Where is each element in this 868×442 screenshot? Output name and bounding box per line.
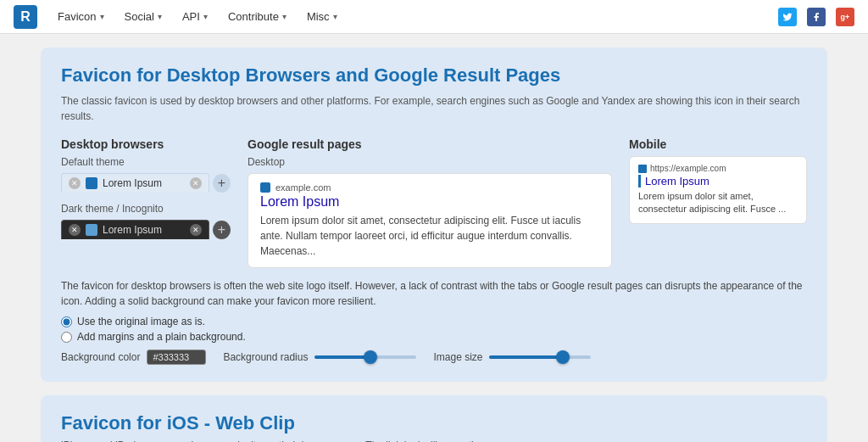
tab-add-button[interactable]: +	[213, 174, 231, 193]
mobile-url-row: https://example.com	[638, 164, 798, 173]
radius-label: Background radius	[223, 351, 308, 363]
tab-close-button[interactable]: ✕	[69, 177, 81, 189]
chevron-down-icon: ▾	[158, 12, 162, 21]
section2-card: Favicon for iOS - Web Clip iPhone and iP…	[41, 395, 827, 442]
google-url-row: example.com	[260, 182, 599, 193]
notice-text: The favicon for desktop browsers is ofte…	[61, 278, 807, 309]
section1-title: Favicon for Desktop Browsers and Google …	[61, 64, 807, 87]
twitter-icon[interactable]	[778, 8, 797, 26]
chevron-down-icon: ▾	[203, 12, 208, 21]
mobile-result-snippet: Lorem ipsum dolor sit amet, consectetur …	[638, 190, 798, 216]
bg-color-label: Background color	[61, 351, 140, 363]
google-result-snippet: Lorem ipsum dolor sit amet, consectetur …	[260, 213, 599, 259]
nav-favicon[interactable]: Favicon ▾	[47, 0, 114, 34]
section1-subtitle: The classic favicon is used by desktop b…	[61, 93, 807, 124]
main-content: Favicon for Desktop Browsers and Google …	[27, 34, 841, 442]
image-size-slider-fill	[489, 355, 562, 359]
nav-misc[interactable]: Misc ▾	[297, 0, 348, 34]
dark-tab-favicon	[86, 224, 97, 236]
section1-columns: Desktop browsers Default theme ✕ Lorem I…	[61, 137, 807, 268]
navbar: R Favicon ▾ Social ▾ API ▾ Contribute ▾ …	[0, 0, 868, 34]
mobile-result-box: https://example.com Lorem Ipsum Lorem ip…	[629, 156, 807, 224]
mobile-result-col: Mobile https://example.com Lorem Ipsum L…	[629, 137, 807, 224]
tab-label: Lorem Ipsum	[103, 177, 185, 189]
dark-tab-close-x-button[interactable]: ✕	[190, 224, 202, 236]
chevron-down-icon: ▾	[333, 12, 337, 21]
image-size-group: Image size	[433, 351, 591, 363]
logo[interactable]: R	[14, 5, 37, 29]
dark-tab-mock: ✕ Lorem Ipsum ✕	[61, 220, 209, 239]
nav-api[interactable]: API ▾	[172, 0, 218, 34]
mobile-heading: Mobile	[629, 137, 807, 151]
social-icons: g+	[778, 8, 854, 26]
nav-items: Favicon ▾ Social ▾ API ▾ Contribute ▾ Mi…	[47, 0, 778, 34]
dark-theme-label: Dark theme / Incognito	[61, 203, 231, 215]
tab-close-x-button[interactable]: ✕	[190, 177, 202, 189]
tab-favicon	[86, 177, 97, 189]
image-size-slider-thumb[interactable]	[556, 350, 570, 364]
controls-row: Background color Background radius Image…	[61, 350, 807, 365]
image-size-label: Image size	[433, 351, 482, 363]
radius-slider-thumb[interactable]	[364, 350, 377, 364]
image-size-slider[interactable]	[489, 355, 591, 359]
bg-color-input[interactable]	[147, 350, 206, 365]
default-theme-label: Default theme	[61, 156, 231, 168]
nav-social[interactable]: Social ▾	[114, 0, 172, 34]
chevron-down-icon: ▾	[282, 12, 287, 21]
default-tab-mock: ✕ Lorem Ipsum ✕	[61, 173, 209, 193]
dark-tab-add-button[interactable]: +	[213, 221, 231, 239]
google-favicon	[260, 182, 270, 193]
desktop-browsers-col: Desktop browsers Default theme ✕ Lorem I…	[61, 137, 231, 243]
radio-original-input[interactable]	[61, 316, 72, 327]
nav-contribute[interactable]: Contribute ▾	[218, 0, 297, 34]
dark-tab-close-button[interactable]: ✕	[69, 224, 81, 236]
dark-tab-label: Lorem Ipsum	[103, 224, 185, 236]
mobile-result-title[interactable]: Lorem Ipsum	[638, 175, 798, 187]
radio-margins-input[interactable]	[61, 332, 72, 343]
section2-title: Favicon for iOS - Web Clip	[61, 412, 807, 434]
radio-margins[interactable]: Add margins and a plain background.	[61, 331, 807, 343]
default-tab-row: ✕ Lorem Ipsum ✕ +	[61, 173, 231, 193]
gplus-icon[interactable]: g+	[836, 8, 854, 26]
radio-original[interactable]: Use the original image as is.	[61, 316, 807, 327]
google-result-col: Google result pages Desktop example.com …	[248, 137, 612, 268]
desktop-browsers-heading: Desktop browsers	[61, 137, 231, 151]
google-desktop-label: Desktop	[248, 156, 612, 168]
radius-slider[interactable]	[314, 355, 416, 359]
google-result-box: example.com Lorem Ipsum Lorem ipsum dolo…	[248, 173, 612, 268]
google-heading: Google result pages	[248, 137, 612, 151]
radius-group: Background radius	[223, 351, 416, 363]
section1-card: Favicon for Desktop Browsers and Google …	[41, 48, 827, 382]
mobile-favicon	[638, 165, 647, 173]
google-result-title[interactable]: Lorem Ipsum	[260, 194, 599, 210]
bg-color-group: Background color	[61, 350, 206, 365]
facebook-icon[interactable]	[807, 8, 826, 26]
chevron-down-icon: ▾	[100, 12, 104, 21]
radius-slider-fill	[314, 355, 370, 359]
dark-tab-row: ✕ Lorem Ipsum ✕ +	[61, 220, 231, 239]
